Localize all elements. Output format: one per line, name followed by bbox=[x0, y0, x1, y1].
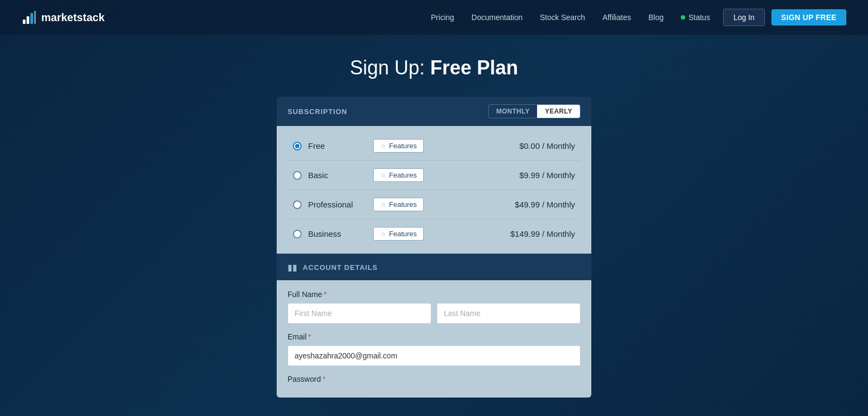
features-button-business[interactable]: ☆ Features bbox=[373, 227, 424, 241]
signup-button[interactable]: SIGN UP FREE bbox=[771, 9, 846, 26]
last-name-input[interactable] bbox=[437, 303, 580, 324]
star-icon: ☆ bbox=[380, 142, 386, 150]
page-title-prefix: Sign Up: bbox=[350, 56, 430, 79]
plan-radio-free[interactable] bbox=[293, 142, 302, 150]
plan-row-professional[interactable]: Professional ☆ Features $49.99 / Monthly bbox=[288, 190, 580, 219]
star-icon-basic: ☆ bbox=[380, 172, 386, 179]
features-label-business: Features bbox=[389, 230, 417, 238]
nav-links: Pricing Documentation Stock Search Affil… bbox=[431, 13, 710, 22]
toggle-monthly[interactable]: MONTHLY bbox=[489, 105, 538, 118]
features-label-basic: Features bbox=[389, 171, 417, 179]
name-inputs-row bbox=[288, 303, 580, 324]
account-details-title: ACCOUNT DETAILS bbox=[303, 263, 378, 272]
svg-rect-2 bbox=[30, 13, 33, 24]
password-label: Password* bbox=[288, 375, 580, 383]
svg-rect-0 bbox=[23, 20, 25, 24]
svg-rect-1 bbox=[27, 16, 29, 24]
full-name-group: Full Name* bbox=[288, 290, 580, 324]
nav-stock-search[interactable]: Stock Search bbox=[540, 13, 585, 22]
main-content: Sign Up: Free Plan SUBSCRIPTION MONTHLY … bbox=[0, 35, 868, 416]
features-button-professional[interactable]: ☆ Features bbox=[373, 198, 424, 211]
account-details-header: ▮▮ ACCOUNT DETAILS bbox=[277, 255, 591, 280]
email-label: Email* bbox=[288, 332, 580, 341]
signup-card: SUBSCRIPTION MONTHLY YEARLY Free ☆ Featu… bbox=[277, 97, 591, 398]
nav-affiliates[interactable]: Affiliates bbox=[603, 13, 631, 22]
features-label-free: Features bbox=[389, 142, 417, 150]
plan-radio-business[interactable] bbox=[293, 230, 302, 238]
features-label-professional: Features bbox=[389, 200, 417, 209]
plan-radio-basic[interactable] bbox=[293, 171, 302, 180]
first-name-input[interactable] bbox=[288, 303, 431, 324]
plan-name-basic: Basic bbox=[308, 171, 373, 180]
plan-price-free: $0.00 / Monthly bbox=[519, 141, 575, 150]
brand-logo[interactable]: marketstack bbox=[22, 10, 105, 25]
account-icon: ▮▮ bbox=[288, 262, 297, 273]
plan-name-business: Business bbox=[308, 229, 373, 238]
email-group: Email* bbox=[288, 332, 580, 366]
status-label: Status bbox=[688, 13, 710, 22]
nav-documentation[interactable]: Documentation bbox=[471, 13, 522, 22]
navbar: marketstack Pricing Documentation Stock … bbox=[0, 0, 868, 35]
email-input[interactable] bbox=[288, 345, 580, 366]
nav-actions: Log In SIGN UP FREE bbox=[723, 9, 846, 26]
plan-name-free: Free bbox=[308, 141, 373, 150]
toggle-yearly[interactable]: YEARLY bbox=[537, 105, 580, 118]
status-dot-icon bbox=[681, 15, 685, 20]
plan-radio-professional[interactable] bbox=[293, 200, 302, 209]
plans-area: Free ☆ Features $0.00 / Monthly Basic ☆ … bbox=[277, 126, 591, 254]
login-button[interactable]: Log In bbox=[723, 9, 765, 26]
full-name-label: Full Name* bbox=[288, 290, 580, 299]
subscription-title: SUBSCRIPTION bbox=[288, 108, 347, 116]
star-icon-business: ☆ bbox=[380, 230, 386, 238]
star-icon-professional: ☆ bbox=[380, 201, 386, 209]
page-title: Sign Up: Free Plan bbox=[350, 56, 518, 79]
password-group: Password* bbox=[288, 375, 580, 383]
plan-price-professional: $49.99 / Monthly bbox=[515, 200, 575, 209]
svg-rect-3 bbox=[34, 11, 36, 24]
page-title-suffix: Free Plan bbox=[430, 56, 518, 79]
features-button-free[interactable]: ☆ Features bbox=[373, 139, 424, 153]
subscription-header: SUBSCRIPTION MONTHLY YEARLY bbox=[277, 97, 591, 126]
account-form: Full Name* Email* Password* bbox=[277, 280, 591, 398]
billing-toggle[interactable]: MONTHLY YEARLY bbox=[488, 104, 580, 118]
plan-name-professional: Professional bbox=[308, 200, 373, 209]
brand-name: marketstack bbox=[41, 11, 105, 24]
plan-price-business: $149.99 / Monthly bbox=[510, 229, 575, 238]
nav-blog[interactable]: Blog bbox=[648, 13, 663, 22]
plan-row-basic[interactable]: Basic ☆ Features $9.99 / Monthly bbox=[288, 161, 580, 190]
plan-row-business[interactable]: Business ☆ Features $149.99 / Monthly bbox=[288, 219, 580, 248]
features-button-basic[interactable]: ☆ Features bbox=[373, 168, 424, 182]
nav-pricing[interactable]: Pricing bbox=[431, 13, 454, 22]
nav-status: Status bbox=[681, 13, 710, 22]
plan-row-free[interactable]: Free ☆ Features $0.00 / Monthly bbox=[288, 131, 580, 161]
plan-price-basic: $9.99 / Monthly bbox=[519, 171, 575, 180]
